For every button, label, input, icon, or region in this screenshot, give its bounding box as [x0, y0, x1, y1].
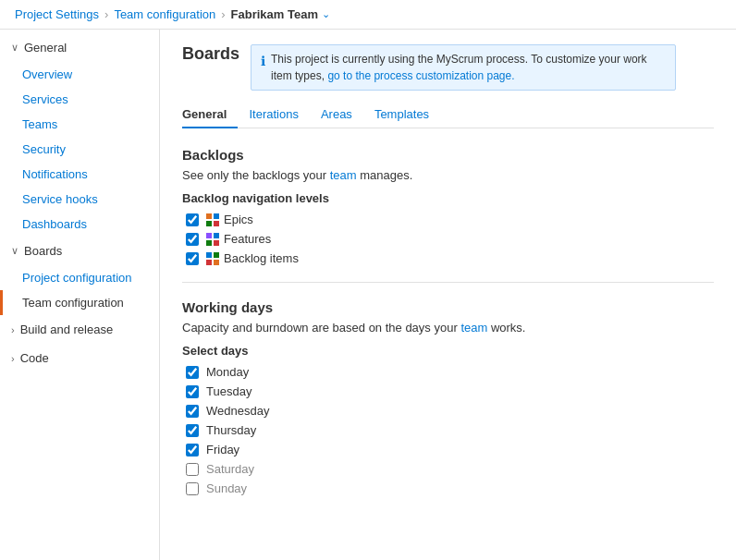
epics-icon — [206, 213, 219, 226]
day-friday-checkbox[interactable] — [186, 444, 199, 457]
day-thursday-row: Thursday — [182, 423, 714, 437]
tabs-bar: General Iterations Areas Templates — [182, 102, 714, 128]
day-tuesday-checkbox[interactable] — [186, 385, 199, 398]
sidebar-section-build-release[interactable]: › Build and release — [0, 315, 159, 344]
svg-rect-5 — [214, 233, 219, 238]
working-days-team-link[interactable]: team — [460, 321, 487, 335]
breadcrumb-current-team: Fabrikam Team — [231, 7, 318, 21]
backlog-items-checkbox[interactable] — [186, 252, 199, 265]
chevron-general-icon: ∨ — [11, 42, 18, 54]
backlog-features-checkbox[interactable] — [186, 233, 199, 246]
chevron-build-icon: › — [11, 324, 15, 335]
svg-rect-7 — [214, 240, 219, 246]
svg-rect-8 — [206, 252, 212, 258]
backlog-items-icon — [206, 252, 219, 265]
sidebar-general-label: General — [24, 41, 67, 55]
sidebar-item-services[interactable]: Services — [0, 87, 159, 112]
svg-rect-10 — [206, 260, 212, 265]
working-days-title: Working days — [182, 299, 714, 315]
backlog-epics-checkbox[interactable] — [186, 213, 199, 226]
sidebar-item-security[interactable]: Security — [0, 137, 159, 162]
main-content: Boards ℹ This project is currently using… — [160, 30, 736, 560]
svg-rect-4 — [206, 233, 212, 238]
tab-general[interactable]: General — [182, 102, 238, 128]
sidebar: ∨ General Overview Services Teams Securi… — [0, 30, 160, 560]
tab-templates[interactable]: Templates — [374, 102, 440, 128]
svg-rect-9 — [214, 252, 219, 258]
sidebar-item-dashboards[interactable]: Dashboards — [0, 212, 159, 237]
day-sunday-label: Sunday — [206, 481, 247, 495]
backlog-epics-row: Epics — [182, 213, 714, 226]
sidebar-section-code[interactable]: › Code — [0, 344, 159, 372]
day-saturday-label: Saturday — [206, 462, 254, 476]
sidebar-boards-label: Boards — [24, 244, 62, 258]
info-banner: ℹ This project is currently using the My… — [251, 44, 676, 91]
sidebar-item-overview[interactable]: Overview — [0, 62, 159, 87]
sidebar-section-boards[interactable]: ∨ Boards — [0, 237, 159, 265]
day-thursday-checkbox[interactable] — [186, 424, 199, 437]
day-friday-row: Friday — [182, 443, 714, 457]
chevron-code-icon: › — [11, 353, 15, 364]
backlogs-team-link[interactable]: team — [330, 168, 357, 182]
svg-rect-0 — [206, 213, 212, 219]
backlog-features-row: Features — [182, 232, 714, 246]
main-layout: ∨ General Overview Services Teams Securi… — [0, 30, 736, 560]
day-monday-row: Monday — [182, 365, 714, 379]
day-wednesday-label: Wednesday — [206, 404, 269, 418]
day-wednesday-checkbox[interactable] — [186, 405, 199, 418]
section-divider — [182, 282, 714, 283]
sidebar-code-label: Code — [20, 351, 49, 365]
features-icon — [206, 233, 219, 246]
info-text: This project is currently using the MySc… — [271, 51, 666, 84]
select-days-label: Select days — [182, 344, 714, 358]
backlog-nav-title: Backlog navigation levels — [182, 191, 714, 205]
backlog-features-label: Features — [224, 232, 271, 246]
sidebar-item-service-hooks[interactable]: Service hooks — [0, 187, 159, 212]
backlogs-desc: See only the backlogs your team manages. — [182, 168, 714, 182]
info-icon: ℹ — [261, 52, 265, 71]
backlog-items-label: Backlog items — [224, 251, 299, 265]
content-header: Boards ℹ This project is currently using… — [182, 44, 714, 91]
sidebar-item-project-config[interactable]: Project configuration — [0, 265, 159, 290]
svg-rect-2 — [206, 221, 212, 226]
breadcrumb-team-configuration[interactable]: Team configuration — [114, 7, 215, 21]
breadcrumb-project-settings[interactable]: Project Settings — [15, 7, 99, 21]
backlog-items-row: Backlog items — [182, 251, 714, 265]
sidebar-item-team-config[interactable]: Team configuration — [0, 290, 159, 315]
svg-rect-11 — [214, 260, 219, 265]
breadcrumb-sep-2: › — [221, 7, 225, 21]
breadcrumb: Project Settings › Team configuration › … — [0, 0, 736, 30]
day-monday-checkbox[interactable] — [186, 366, 199, 379]
backlogs-title: Backlogs — [182, 147, 714, 163]
working-days-desc: Capacity and burndown are based on the d… — [182, 321, 714, 335]
tab-areas[interactable]: Areas — [321, 102, 363, 128]
breadcrumb-sep-1: › — [104, 7, 108, 21]
day-saturday-row: Saturday — [182, 462, 714, 476]
info-link[interactable]: go to the process customization page. — [327, 69, 514, 82]
svg-rect-1 — [214, 213, 219, 219]
sidebar-build-label: Build and release — [20, 323, 113, 336]
sidebar-item-notifications[interactable]: Notifications — [0, 162, 159, 187]
day-sunday-row: Sunday — [182, 481, 714, 495]
sidebar-item-teams[interactable]: Teams — [0, 112, 159, 137]
day-monday-label: Monday — [206, 365, 249, 379]
svg-rect-3 — [214, 221, 219, 226]
day-thursday-label: Thursday — [206, 423, 256, 437]
day-tuesday-label: Tuesday — [206, 384, 251, 398]
sidebar-section-general[interactable]: ∨ General — [0, 33, 159, 62]
day-friday-label: Friday — [206, 443, 239, 457]
day-saturday-checkbox[interactable] — [186, 463, 199, 476]
day-tuesday-row: Tuesday — [182, 384, 714, 398]
content-heading: Boards — [182, 44, 239, 65]
day-sunday-checkbox[interactable] — [186, 482, 199, 495]
chevron-boards-icon: ∨ — [11, 245, 18, 257]
backlog-epics-label: Epics — [224, 213, 253, 226]
chevron-down-icon[interactable]: ⌄ — [322, 8, 330, 20]
svg-rect-6 — [206, 240, 212, 246]
tab-iterations[interactable]: Iterations — [249, 102, 309, 128]
day-wednesday-row: Wednesday — [182, 404, 714, 418]
